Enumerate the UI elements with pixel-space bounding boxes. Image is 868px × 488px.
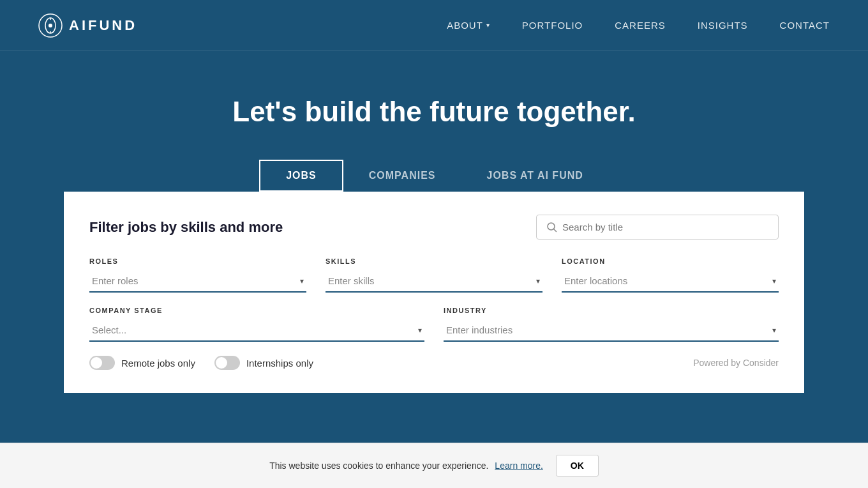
filter-title: Filter jobs by skills and more	[89, 219, 283, 236]
company-stage-placeholder: Select...	[92, 324, 126, 335]
nav-portfolio[interactable]: PORTFOLIO	[522, 20, 583, 31]
nav-careers[interactable]: CAREERS	[615, 20, 666, 31]
skills-label: SKILLS	[326, 257, 542, 265]
search-box[interactable]	[536, 215, 779, 240]
svg-point-4	[49, 24, 52, 27]
filter-group-location: LOCATION Enter locations ▾	[562, 257, 779, 293]
remote-toggle-group: Remote jobs only	[89, 356, 195, 370]
hero-headline: Let's build the future together.	[38, 96, 830, 128]
location-select[interactable]: Enter locations ▾	[562, 270, 779, 293]
filter-group-roles: ROLES Enter roles ▾	[89, 257, 306, 293]
industry-placeholder: Enter industries	[446, 324, 513, 335]
internships-label: Internships only	[246, 358, 313, 369]
about-chevron-icon: ▾	[486, 22, 490, 29]
skills-chevron-icon: ▾	[536, 277, 540, 286]
hero-section: Let's build the future together. JOBS CO…	[0, 51, 868, 192]
main-tabs: JOBS COMPANIES JOBS AT AI FUND	[38, 160, 830, 192]
industry-select[interactable]: Enter industries ▾	[444, 319, 779, 342]
tab-jobs-at-ai-fund[interactable]: JOBS AT AI FUND	[461, 160, 609, 192]
company-stage-select[interactable]: Select... ▾	[89, 319, 424, 342]
tab-companies[interactable]: COMPANIES	[343, 160, 461, 192]
filter-row-2: COMPANY STAGE Select... ▾ INDUSTRY Enter…	[89, 307, 779, 342]
search-icon	[547, 222, 557, 233]
industry-label: INDUSTRY	[444, 307, 779, 314]
toggles-row: Remote jobs only Internships only Powere…	[89, 356, 779, 370]
nav-links: ABOUT ▾ PORTFOLIO CAREERS INSIGHTS CONTA…	[447, 20, 830, 31]
svg-line-6	[554, 229, 557, 231]
skills-select[interactable]: Enter skills ▾	[326, 270, 542, 293]
location-label: LOCATION	[562, 257, 779, 265]
filter-panel: Filter jobs by skills and more ROLES Ent…	[64, 192, 804, 393]
tab-jobs[interactable]: JOBS	[259, 160, 343, 192]
internships-toggle-group: Internships only	[214, 356, 313, 370]
internships-toggle[interactable]	[214, 356, 240, 370]
filter-group-industry: INDUSTRY Enter industries ▾	[444, 307, 779, 342]
skills-placeholder: Enter skills	[328, 275, 375, 286]
roles-chevron-icon: ▾	[300, 277, 304, 286]
location-chevron-icon: ▾	[772, 277, 776, 286]
navigation: AIFUND ABOUT ▾ PORTFOLIO CAREERS INSIGHT…	[0, 0, 868, 51]
search-input[interactable]	[562, 222, 768, 233]
industry-chevron-icon: ▾	[772, 326, 776, 335]
roles-label: ROLES	[89, 257, 306, 265]
logo-icon	[38, 13, 63, 38]
filter-row-1: ROLES Enter roles ▾ SKILLS Enter skills …	[89, 257, 779, 293]
filter-header: Filter jobs by skills and more	[89, 215, 779, 240]
nav-contact[interactable]: CONTACT	[780, 20, 830, 31]
roles-select[interactable]: Enter roles ▾	[89, 270, 306, 293]
filter-group-skills: SKILLS Enter skills ▾	[326, 257, 542, 293]
brand-name: AIFUND	[69, 17, 137, 34]
roles-placeholder: Enter roles	[92, 275, 138, 286]
remote-jobs-toggle[interactable]	[89, 356, 115, 370]
logo-link[interactable]: AIFUND	[38, 13, 137, 38]
filter-group-company-stage: COMPANY STAGE Select... ▾	[89, 307, 424, 342]
powered-by-text: Powered by Consider	[693, 358, 779, 368]
nav-about[interactable]: ABOUT ▾	[447, 20, 490, 31]
company-stage-chevron-icon: ▾	[418, 326, 422, 335]
company-stage-label: COMPANY STAGE	[89, 307, 424, 314]
remote-jobs-label: Remote jobs only	[121, 358, 195, 369]
location-placeholder: Enter locations	[564, 275, 627, 286]
nav-insights[interactable]: INSIGHTS	[698, 20, 748, 31]
